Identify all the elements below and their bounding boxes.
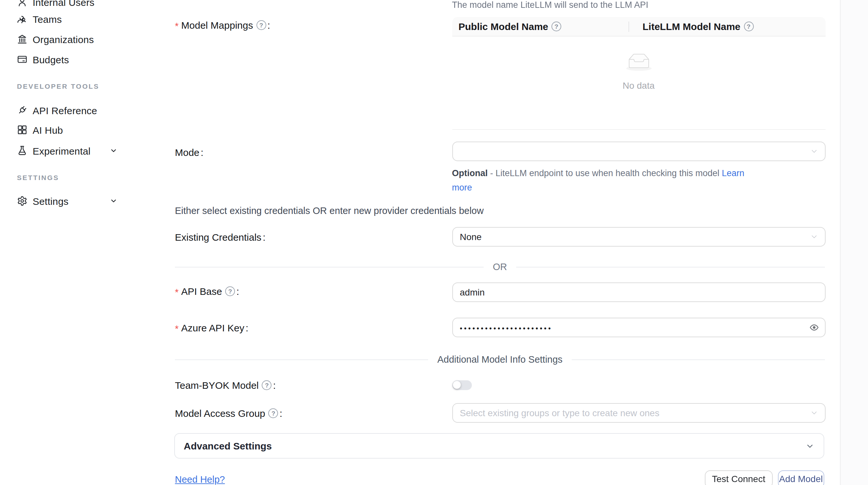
chevron-down-icon xyxy=(810,232,818,241)
model-mappings-table: Public Model Name ? LiteLLM Model Name ?… xyxy=(452,17,825,129)
help-icon[interactable]: ? xyxy=(744,22,753,31)
existing-credentials-value: None xyxy=(460,231,482,242)
litellm-model-name-description: The model name LiteLLM will send to the … xyxy=(452,0,648,11)
existing-credentials-label: Existing Credentials: xyxy=(175,232,265,243)
sidebar: Internal Users Teams Organizations Budge… xyxy=(0,0,157,485)
help-icon[interactable]: ? xyxy=(269,408,278,418)
column-divider xyxy=(628,21,629,32)
mode-label: Mode: xyxy=(175,147,203,158)
mode-helper-text: Optional - LiteLLM endpoint to use when … xyxy=(452,166,765,194)
chevron-down-icon xyxy=(110,197,118,205)
sidebar-item-experimental[interactable]: Experimental xyxy=(0,141,157,160)
model-access-group-label: Model Access Group ? : xyxy=(175,408,282,419)
help-icon[interactable]: ? xyxy=(552,22,561,31)
sidebar-item-label: Settings xyxy=(33,195,68,206)
existing-credentials-select[interactable]: None xyxy=(452,227,825,246)
azure-api-key-input[interactable]: •••••••••••••••••••••• xyxy=(452,318,825,337)
or-divider: OR xyxy=(175,262,825,272)
azure-api-key-label: * Azure API Key : xyxy=(175,322,248,333)
right-gutter xyxy=(840,0,868,485)
help-icon[interactable]: ? xyxy=(225,286,235,296)
credentials-note: Either select existing credentials OR en… xyxy=(175,205,484,216)
gear-icon xyxy=(17,196,27,206)
table-header-row: Public Model Name ? LiteLLM Model Name ? xyxy=(452,17,825,36)
required-mark: * xyxy=(175,21,179,31)
plug-icon xyxy=(17,105,27,116)
user-icon xyxy=(17,0,27,7)
model-mappings-label: * Model Mappings ? : xyxy=(175,20,270,31)
eye-icon[interactable] xyxy=(809,323,819,332)
team-byok-label: Team-BYOK Model ? : xyxy=(175,380,276,391)
need-help-link[interactable]: Need Help? xyxy=(175,474,225,485)
api-base-value: admin xyxy=(460,287,485,297)
toggle-knob xyxy=(453,381,461,389)
flask-icon xyxy=(17,146,27,156)
required-mark: * xyxy=(175,287,179,297)
help-icon[interactable]: ? xyxy=(262,380,272,390)
masked-api-key-value: •••••••••••••••••••••• xyxy=(460,324,553,332)
empty-inbox-icon xyxy=(623,52,654,72)
test-connect-button[interactable]: Test Connect xyxy=(705,470,772,485)
sidebar-item-label: AI Hub xyxy=(33,124,63,135)
info-settings-divider: Additional Model Info Settings xyxy=(175,354,825,365)
column-header-litellm-model-name: LiteLLM Model Name ? xyxy=(635,21,753,32)
sidebar-section-settings: SETTINGS xyxy=(17,173,59,181)
sidebar-item-label: Experimental xyxy=(33,145,91,156)
sidebar-item-ai-hub[interactable]: AI Hub xyxy=(0,120,157,139)
api-base-label: * API Base ? : xyxy=(175,286,239,297)
add-model-form: The model name LiteLLM will send to the … xyxy=(157,0,840,485)
sidebar-item-label: Budgets xyxy=(33,54,69,65)
no-data-text: No data xyxy=(452,80,825,91)
help-icon[interactable]: ? xyxy=(256,20,266,30)
advanced-settings-panel[interactable]: Advanced Settings xyxy=(174,433,824,459)
sidebar-item-teams[interactable]: Teams xyxy=(0,9,157,29)
sidebar-item-organizations[interactable]: Organizations xyxy=(0,29,157,49)
wallet-icon xyxy=(17,54,27,65)
table-empty-body: No data xyxy=(452,36,825,130)
sidebar-item-api-reference[interactable]: API Reference xyxy=(0,100,157,120)
litellm-admin-page: Internal Users Teams Organizations Budge… xyxy=(0,0,868,485)
model-access-group-placeholder: Select existing groups or type to create… xyxy=(460,408,659,418)
model-access-group-select[interactable]: Select existing groups or type to create… xyxy=(452,403,825,423)
chevron-down-icon xyxy=(810,409,818,417)
sidebar-item-label: API Reference xyxy=(33,105,97,116)
team-byok-toggle[interactable] xyxy=(452,380,471,390)
sidebar-item-label: Organizations xyxy=(33,34,94,45)
or-text: OR xyxy=(484,262,516,272)
users-icon xyxy=(17,14,27,24)
api-base-input[interactable]: admin xyxy=(452,283,825,302)
advanced-settings-label: Advanced Settings xyxy=(184,440,272,451)
required-mark: * xyxy=(175,323,179,334)
sidebar-item-budgets[interactable]: Budgets xyxy=(0,50,157,69)
column-header-public-model-name: Public Model Name ? xyxy=(452,21,635,32)
sidebar-item-label: Teams xyxy=(33,13,62,25)
sidebar-item-settings[interactable]: Settings xyxy=(0,191,157,211)
landmark-icon xyxy=(17,34,27,44)
mode-select[interactable] xyxy=(452,141,825,161)
sidebar-section-developer-tools: DEVELOPER TOOLS xyxy=(17,82,99,90)
grid-icon xyxy=(17,125,27,135)
chevron-down-icon xyxy=(810,147,818,156)
chevron-down-icon xyxy=(110,147,118,155)
info-settings-divider-text: Additional Model Info Settings xyxy=(428,354,572,365)
sidebar-item-label: Internal Users xyxy=(33,0,95,7)
chevron-down-icon xyxy=(805,441,814,450)
add-model-button[interactable]: Add Model xyxy=(778,470,824,485)
